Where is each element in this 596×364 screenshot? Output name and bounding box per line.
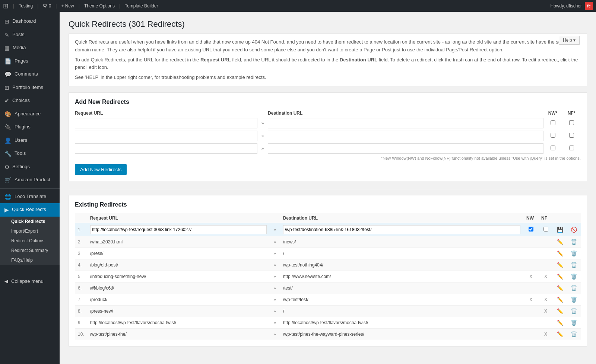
row-edit[interactable]: ✏️ xyxy=(553,271,567,282)
sidebar-item-tools[interactable]: 🔧 Tools xyxy=(0,147,60,160)
comments-count[interactable]: 🗨 0 xyxy=(43,3,51,9)
edit-button[interactable]: ✏️ xyxy=(556,331,564,338)
sidebar-item-posts[interactable]: ✎ Posts xyxy=(0,28,60,42)
delete-button[interactable]: 🗑️ xyxy=(570,319,578,326)
sidebar-item-label: Choices xyxy=(12,98,30,104)
submenu-item-import-export[interactable]: Import/Export xyxy=(0,226,60,236)
delete-button[interactable]: 🗑️ xyxy=(570,331,578,338)
sidebar-item-dashboard[interactable]: ⊟ Dashboard xyxy=(0,15,60,28)
row-edit[interactable]: ✏️ xyxy=(553,317,567,328)
row-edit[interactable]: ✏️ xyxy=(553,328,567,340)
nw-checkbox-1[interactable] xyxy=(551,120,555,125)
submenu-item-quick-redirects[interactable]: Quick Redirects xyxy=(0,217,60,226)
sidebar-item-quick-redirects[interactable]: ▶ Quick Redirects xyxy=(0,203,60,217)
nf-checkbox-1[interactable] xyxy=(569,120,574,125)
sidebar-item-settings[interactable]: ⚙ Settings xyxy=(0,160,60,174)
request-url-input-1[interactable] xyxy=(75,118,257,128)
sidebar-item-choices[interactable]: ✔ Choices xyxy=(0,94,60,108)
request-url-input-2[interactable] xyxy=(75,131,257,141)
nf-checkbox-3[interactable] xyxy=(569,146,574,150)
request-url-input-3[interactable] xyxy=(75,143,257,154)
row-edit[interactable]: ✏️ xyxy=(553,259,567,271)
row-nf[interactable] xyxy=(538,223,553,236)
sidebar-item-media[interactable]: ▦ Media xyxy=(0,41,60,55)
delete-button[interactable]: 🗑️ xyxy=(570,307,578,315)
row-arrow: » xyxy=(270,236,280,248)
nf-checkbox[interactable] xyxy=(543,227,548,232)
nf-mark: X xyxy=(544,274,547,279)
row-edit[interactable]: ✏️ xyxy=(553,294,567,305)
delete-button[interactable]: 🗑️ xyxy=(570,238,578,246)
row-delete[interactable]: 🗑️ xyxy=(567,317,581,328)
add-form-row-1: » xyxy=(75,118,581,128)
row-delete[interactable]: 🗑️ xyxy=(567,294,581,305)
edit-destination-input[interactable] xyxy=(283,225,520,234)
delete-button[interactable]: 🗑️ xyxy=(570,296,578,303)
collapse-menu-button[interactable]: ◀ Collapse menu xyxy=(0,275,60,287)
sidebar-item-users[interactable]: 👤 Users xyxy=(0,134,60,147)
row-edit[interactable]: ✏️ xyxy=(553,282,567,294)
new-content-button[interactable]: + New xyxy=(61,3,74,9)
destination-url-input-3[interactable] xyxy=(268,143,543,154)
nw-checkbox[interactable] xyxy=(529,227,533,232)
row-delete[interactable]: 🗑️ xyxy=(567,236,581,248)
delete-button[interactable]: 🗑️ xyxy=(570,250,578,257)
save-button[interactable]: 💾 xyxy=(556,226,564,233)
sidebar-item-comments[interactable]: 💬 Comments xyxy=(0,68,60,81)
edit-button[interactable]: ✏️ xyxy=(556,238,564,246)
sidebar-item-plugins[interactable]: 🔌 Plugins xyxy=(0,121,60,134)
row-delete[interactable]: 🗑️ xyxy=(567,271,581,282)
nw-header: NW* xyxy=(543,111,562,116)
edit-button[interactable]: ✏️ xyxy=(556,296,564,303)
howdy-text: Howdy, dfischer xyxy=(551,3,582,9)
row-delete[interactable]: 🚫 xyxy=(567,223,581,236)
add-form-row-3: » xyxy=(75,143,581,154)
site-name[interactable]: Testing xyxy=(19,3,33,9)
row-delete[interactable]: 🗑️ xyxy=(567,259,581,271)
row-edit[interactable]: ✏️ xyxy=(553,236,567,248)
row-delete[interactable]: 🗑️ xyxy=(567,305,581,317)
delete-button[interactable]: 🗑️ xyxy=(570,284,578,292)
edit-button[interactable]: ✏️ xyxy=(556,319,564,326)
delete-button[interactable]: 🗑️ xyxy=(570,273,578,280)
delete-button[interactable]: 🚫 xyxy=(570,226,578,233)
arrow-3: » xyxy=(257,146,268,151)
edit-button[interactable]: ✏️ xyxy=(556,284,564,292)
row-save[interactable]: 💾 xyxy=(553,223,567,236)
sidebar-item-amazon-product[interactable]: 🛒 Amazon Product xyxy=(0,173,60,187)
sidebar-item-pages[interactable]: 📄 Pages xyxy=(0,55,60,68)
add-new-redirects-button[interactable]: Add New Redirects xyxy=(75,164,127,175)
edit-button[interactable]: ✏️ xyxy=(556,307,564,315)
nw-checkbox-3[interactable] xyxy=(551,146,555,150)
delete-button[interactable]: 🗑️ xyxy=(570,261,578,269)
theme-options-link[interactable]: Theme Options xyxy=(84,3,115,9)
destination-url-input-2[interactable] xyxy=(268,131,543,141)
sidebar-item-appearance[interactable]: 🎨 Appearance xyxy=(0,108,60,121)
submenu-item-faqs-help[interactable]: FAQs/Help xyxy=(0,255,60,265)
edit-button[interactable]: ✏️ xyxy=(556,250,564,257)
row-delete[interactable]: 🗑️ xyxy=(567,248,581,259)
template-builder-link[interactable]: Template Builder xyxy=(125,3,158,9)
edit-button[interactable]: ✏️ xyxy=(556,273,564,280)
submenu-item-redirect-summary[interactable]: Redirect Summary xyxy=(0,246,60,255)
row-destination: /wp-test/pines-the-wayward-pines-series/ xyxy=(280,328,523,340)
submenu-item-redirect-options[interactable]: Redirect Options xyxy=(0,236,60,246)
edit-button[interactable]: ✏️ xyxy=(556,261,564,269)
help-button[interactable]: Help ▾ xyxy=(559,36,580,45)
destination-url-input-1[interactable] xyxy=(268,118,543,128)
row-destination-edit[interactable] xyxy=(280,223,523,236)
row-request-edit[interactable] xyxy=(87,223,270,236)
choices-icon: ✔ xyxy=(4,97,9,105)
nf-checkbox-2[interactable] xyxy=(569,133,574,138)
edit-request-input[interactable] xyxy=(90,225,267,234)
row-edit[interactable]: ✏️ xyxy=(553,248,567,259)
row-delete[interactable]: 🗑️ xyxy=(567,328,581,340)
row-delete[interactable]: 🗑️ xyxy=(567,282,581,294)
nw-checkbox-2[interactable] xyxy=(551,133,555,138)
row-edit[interactable]: ✏️ xyxy=(553,305,567,317)
row-destination: http://www.newsite.com/ xyxy=(280,271,523,282)
row-nf xyxy=(538,248,553,259)
sidebar-item-portfolio-items[interactable]: ⊞ Portfolio Items xyxy=(0,81,60,95)
row-nw[interactable] xyxy=(523,223,538,236)
sidebar-item-loco-translate[interactable]: 🌐 Loco Translate xyxy=(0,190,60,204)
